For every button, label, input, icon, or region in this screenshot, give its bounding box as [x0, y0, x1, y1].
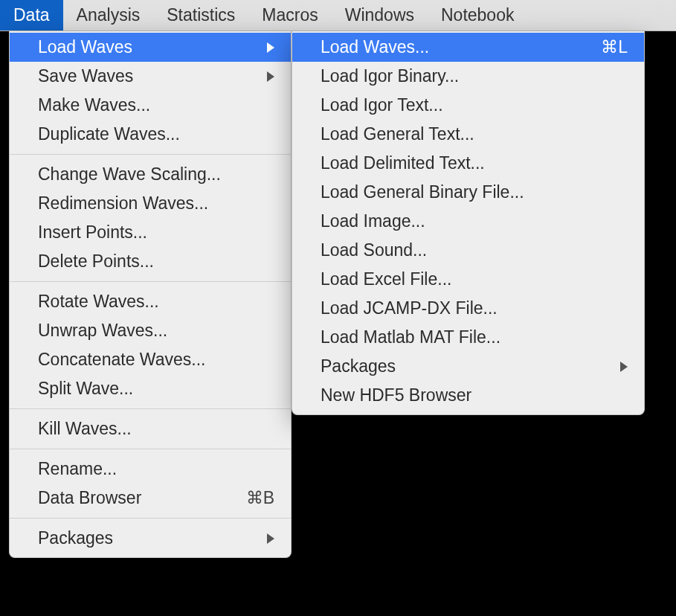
menu-item-label: Unwrap Waves...: [38, 321, 274, 341]
menu-item-redimension-waves[interactable]: Redimension Waves...: [10, 189, 291, 218]
menu-item-make-waves[interactable]: Make Waves...: [10, 91, 291, 120]
menu-item-label: Split Wave...: [38, 379, 274, 399]
submenu-item-load-matlab-mat-file[interactable]: Load Matlab MAT File...: [292, 323, 644, 352]
menu-item-label: Duplicate Waves...: [38, 124, 274, 144]
menu-item-label: Concatenate Waves...: [38, 350, 274, 370]
menu-separator: [10, 518, 291, 519]
submenu-item-label: Packages: [321, 356, 614, 376]
submenu-item-new-hdf5-browser[interactable]: New HDF5 Browser: [292, 381, 644, 410]
menubar-item-label: Notebook: [441, 5, 514, 25]
submenu-item-label: Load General Binary File...: [321, 182, 628, 202]
submenu-item-label: Load Excel File...: [321, 269, 628, 289]
menu-separator: [10, 408, 291, 409]
submenu-item-load-image[interactable]: Load Image...: [292, 207, 644, 236]
submenu-item-shortcut: ⌘L: [601, 37, 628, 57]
menubar-item-label: Analysis: [77, 5, 141, 25]
menubar-item-windows[interactable]: Windows: [332, 0, 428, 31]
menu-item-label: Data Browser: [38, 488, 246, 508]
submenu-item-load-excel-file[interactable]: Load Excel File...: [292, 265, 644, 294]
menu-item-label: Rotate Waves...: [38, 292, 274, 312]
menu-item-unwrap-waves[interactable]: Unwrap Waves...: [10, 316, 291, 345]
menu-item-shortcut: ⌘B: [246, 488, 274, 508]
submenu-item-load-igor-binary[interactable]: Load Igor Binary...: [292, 62, 644, 91]
menubar: DataAnalysisStatisticsMacrosWindowsNoteb…: [0, 0, 676, 31]
menu-item-label: Kill Waves...: [38, 419, 274, 439]
load-waves-submenu: Load Waves...⌘LLoad Igor Binary...Load I…: [292, 31, 645, 415]
menu-separator: [10, 449, 291, 449]
submenu-item-load-waves[interactable]: Load Waves...⌘L: [292, 33, 644, 62]
menubar-item-data[interactable]: Data: [0, 0, 63, 31]
menu-item-concatenate-waves[interactable]: Concatenate Waves...: [10, 345, 291, 374]
menu-item-rotate-waves[interactable]: Rotate Waves...: [10, 287, 291, 316]
menubar-item-macros[interactable]: Macros: [248, 0, 331, 31]
menubar-item-label: Data: [13, 5, 50, 25]
submenu-item-label: Load Image...: [321, 211, 628, 231]
submenu-item-label: Load Igor Text...: [321, 95, 628, 115]
menu-item-label: Save Waves: [38, 66, 261, 86]
menu-item-label: Change Wave Scaling...: [38, 164, 274, 185]
submenu-item-load-igor-text[interactable]: Load Igor Text...: [292, 91, 644, 120]
menubar-item-analysis[interactable]: Analysis: [63, 0, 154, 31]
menu-item-packages[interactable]: Packages: [10, 524, 291, 553]
chevron-right-icon: [267, 533, 274, 544]
submenu-item-load-jcamp-dx-file[interactable]: Load JCAMP-DX File...: [292, 294, 644, 323]
menu-item-label: Rename...: [38, 459, 274, 479]
submenu-item-load-sound[interactable]: Load Sound...: [292, 236, 644, 265]
submenu-item-label: Load General Text...: [321, 124, 628, 144]
submenu-item-packages[interactable]: Packages: [292, 352, 644, 381]
menu-item-kill-waves[interactable]: Kill Waves...: [10, 414, 291, 443]
menu-item-insert-points[interactable]: Insert Points...: [10, 218, 291, 247]
menu-item-data-browser[interactable]: Data Browser⌘B: [10, 484, 291, 513]
submenu-item-label: Load JCAMP-DX File...: [321, 298, 628, 318]
submenu-item-label: Load Igor Binary...: [321, 66, 628, 86]
menu-item-label: Load Waves: [38, 37, 261, 57]
menu-item-load-waves[interactable]: Load Waves: [10, 33, 291, 62]
menubar-item-statistics[interactable]: Statistics: [153, 0, 248, 31]
menu-item-rename[interactable]: Rename...: [10, 455, 291, 484]
submenu-item-load-general-binary-file[interactable]: Load General Binary File...: [292, 178, 644, 207]
menu-separator: [10, 154, 291, 155]
chevron-right-icon: [620, 362, 628, 372]
menu-item-delete-points[interactable]: Delete Points...: [10, 247, 291, 276]
menubar-item-notebook[interactable]: Notebook: [428, 0, 527, 31]
submenu-item-label: Load Matlab MAT File...: [321, 327, 628, 347]
submenu-item-label: Load Sound...: [321, 240, 628, 260]
menu-separator: [10, 281, 291, 282]
submenu-item-label: Load Delimited Text...: [321, 153, 628, 173]
menu-item-change-wave-scaling[interactable]: Change Wave Scaling...: [10, 160, 291, 189]
submenu-item-label: New HDF5 Browser: [321, 385, 628, 405]
submenu-item-label: Load Waves...: [321, 37, 601, 57]
menubar-item-label: Macros: [262, 5, 318, 25]
menu-item-label: Insert Points...: [38, 222, 274, 243]
menu-item-duplicate-waves[interactable]: Duplicate Waves...: [10, 120, 291, 149]
chevron-right-icon: [267, 42, 274, 53]
menu-item-split-wave[interactable]: Split Wave...: [10, 374, 291, 403]
menu-item-label: Redimension Waves...: [38, 193, 274, 214]
menu-item-label: Packages: [38, 528, 261, 548]
menubar-item-label: Statistics: [167, 5, 235, 25]
menu-item-save-waves[interactable]: Save Waves: [10, 62, 291, 91]
submenu-item-load-general-text[interactable]: Load General Text...: [292, 120, 644, 149]
submenu-item-load-delimited-text[interactable]: Load Delimited Text...: [292, 149, 644, 178]
menu-item-label: Make Waves...: [38, 95, 274, 115]
menubar-item-label: Windows: [345, 5, 414, 25]
data-menu-dropdown: Load WavesSave WavesMake Waves...Duplica…: [9, 31, 292, 558]
chevron-right-icon: [267, 71, 274, 82]
menu-item-label: Delete Points...: [38, 251, 274, 272]
